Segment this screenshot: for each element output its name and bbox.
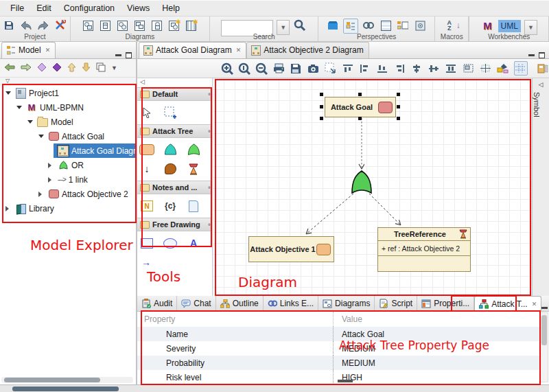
- selection-handle[interactable]: [397, 117, 400, 120]
- tab-chat[interactable]: Chat: [177, 296, 215, 311]
- collapse-arrow-icon[interactable]: [38, 192, 42, 197]
- bottom-vertical-scrollbar[interactable]: [540, 312, 548, 382]
- tab-script[interactable]: Script: [375, 296, 417, 311]
- composite-diagram-icon[interactable]: [133, 19, 147, 32]
- align-bottom-icon[interactable]: [376, 62, 388, 75]
- screenshot-camera-icon[interactable]: [307, 62, 320, 75]
- select-tool-icon[interactable]: [139, 104, 155, 122]
- navigate-back-icon[interactable]: [4, 62, 15, 73]
- copy-view-icon[interactable]: [96, 62, 106, 74]
- rectangle-tool-icon[interactable]: [139, 234, 155, 252]
- close-icon[interactable]: ✕: [532, 301, 537, 308]
- macros-sort-icon[interactable]: AZ: [443, 19, 456, 32]
- tree-item-attack-goal[interactable]: Attack Goal: [0, 129, 136, 143]
- new-diagram-icon[interactable]: ✱: [167, 19, 181, 32]
- menu-file[interactable]: File: [4, 2, 30, 14]
- node-attack-goal[interactable]: Attack Goal: [325, 97, 396, 117]
- form-perspective-icon[interactable]: [396, 19, 410, 32]
- class-diagram-icon[interactable]: [82, 19, 95, 32]
- align-left-icon[interactable]: [359, 62, 371, 75]
- palette-collapse-icon[interactable]: ◁: [137, 78, 212, 87]
- align-right-icon[interactable]: [393, 62, 406, 75]
- tree-item-library[interactable]: Library: [0, 201, 136, 216]
- tab-attack-goal-diagram[interactable]: Attack Goal Diagram ✕: [139, 42, 246, 58]
- text-tool-icon[interactable]: A: [185, 234, 202, 252]
- palette-section-default[interactable]: Default ‹›: [137, 87, 212, 101]
- node-tree-reference[interactable]: TreeReference + ref : Attack Objective 2: [377, 227, 471, 272]
- tree-item-or[interactable]: OR: [0, 158, 136, 172]
- palette-section-free-drawing[interactable]: Free Drawing ‹›: [137, 218, 212, 231]
- center-horizontal-icon[interactable]: [428, 62, 440, 75]
- diagram-canvas[interactable]: Attack Goal Attack Objective 1: [213, 78, 532, 296]
- palette-section-attack-tree[interactable]: Attack Tree ‹›: [137, 124, 212, 138]
- countermeasure-tool-icon[interactable]: [162, 160, 178, 178]
- tab-outline[interactable]: Outline: [216, 296, 264, 311]
- selection-handle[interactable]: [358, 93, 362, 96]
- collapse-arrow-icon[interactable]: [48, 163, 51, 168]
- filter-caret-icon[interactable]: ▽: [0, 78, 136, 86]
- value-cell[interactable]: HIGH: [333, 370, 539, 384]
- constraint-tool-icon[interactable]: {c}: [162, 197, 178, 215]
- save-image-icon[interactable]: [290, 62, 302, 75]
- search-icon[interactable]: [293, 19, 307, 32]
- zoom-actual-icon[interactable]: [238, 62, 250, 75]
- tab-attack-tree[interactable]: Attack T... ✕: [474, 296, 541, 311]
- redo-icon[interactable]: [36, 19, 50, 32]
- zoom-out-icon[interactable]: [255, 62, 268, 75]
- menu-views[interactable]: Views: [121, 2, 156, 14]
- center-vertical-icon[interactable]: [410, 62, 423, 75]
- tab-properties[interactable]: Properti...: [417, 296, 474, 311]
- expand-arrow-icon[interactable]: [5, 91, 11, 95]
- actor-diagram-icon[interactable]: [150, 19, 164, 32]
- value-cell[interactable]: MEDIUM: [333, 341, 539, 356]
- symbol-tab[interactable]: Symbol: [533, 92, 541, 117]
- tab-audit[interactable]: Audit: [137, 296, 177, 311]
- new-matrix-icon[interactable]: ✱: [185, 19, 198, 32]
- usecase-diagram-icon[interactable]: [116, 19, 130, 32]
- note-tool-icon[interactable]: N: [139, 197, 155, 215]
- palette-section-notes[interactable]: Notes and ... ‹›: [137, 181, 212, 194]
- minimize-icon[interactable]: [541, 307, 548, 309]
- zoom-in-icon[interactable]: [221, 62, 233, 75]
- same-height-icon[interactable]: [445, 62, 457, 75]
- workspace-icon[interactable]: [326, 19, 340, 32]
- tree-item-project1[interactable]: Project1: [0, 86, 136, 100]
- or-gate-shape[interactable]: [350, 170, 373, 196]
- tree-reference-tool-icon[interactable]: [185, 160, 202, 178]
- maximize-icon[interactable]: [126, 52, 132, 58]
- selected-element-icon[interactable]: [52, 62, 62, 74]
- undo-icon[interactable]: [19, 19, 33, 32]
- fit-selection-icon[interactable]: [325, 62, 337, 75]
- selection-handle[interactable]: [320, 93, 323, 96]
- tree-item-1-link[interactable]: ---> 1 link: [0, 172, 136, 187]
- scrollbar-thumb[interactable]: [4, 378, 100, 382]
- attack-node-tool-icon[interactable]: [139, 141, 155, 159]
- node-attack-objective-1[interactable]: Attack Objective 1: [248, 236, 334, 262]
- value-cell[interactable]: MEDIUM: [333, 356, 539, 370]
- tab-attack-objective-2-diagram[interactable]: Attack Objective 2 Diagram: [246, 42, 369, 58]
- matrix-perspective-icon[interactable]: [379, 19, 393, 32]
- symbol-expand-icon[interactable]: ◁: [533, 81, 549, 88]
- attack-link-tool-icon[interactable]: ↓: [139, 160, 155, 178]
- value-cell[interactable]: Attack Goal: [333, 327, 539, 341]
- snap-grid-icon[interactable]: [480, 62, 492, 75]
- model-perspective-icon[interactable]: [343, 19, 358, 34]
- collapse-arrow-icon[interactable]: [48, 177, 51, 183]
- move-down-icon[interactable]: [82, 62, 91, 74]
- expand-arrow-icon[interactable]: [27, 120, 33, 124]
- print-icon[interactable]: [272, 62, 285, 75]
- maximize-icon[interactable]: [539, 52, 545, 58]
- tree-item-uml-bpmn[interactable]: M UML-BPMN: [0, 100, 136, 115]
- tab-diagrams[interactable]: Diagrams: [318, 296, 375, 311]
- minimize-icon[interactable]: [115, 54, 121, 56]
- close-icon[interactable]: ✕: [236, 47, 242, 54]
- minimize-icon[interactable]: [528, 54, 535, 56]
- navigate-forward-icon[interactable]: [21, 62, 32, 73]
- menu-configuration[interactable]: Configuration: [58, 2, 121, 14]
- document-tool-icon[interactable]: [185, 197, 202, 215]
- safe-perspective-icon[interactable]: [413, 19, 427, 32]
- line-tool-icon[interactable]: →: [139, 253, 211, 271]
- workbench-value[interactable]: UML: [498, 20, 521, 32]
- related-elements-icon[interactable]: [37, 62, 47, 74]
- configure-tools-icon[interactable]: [54, 19, 67, 32]
